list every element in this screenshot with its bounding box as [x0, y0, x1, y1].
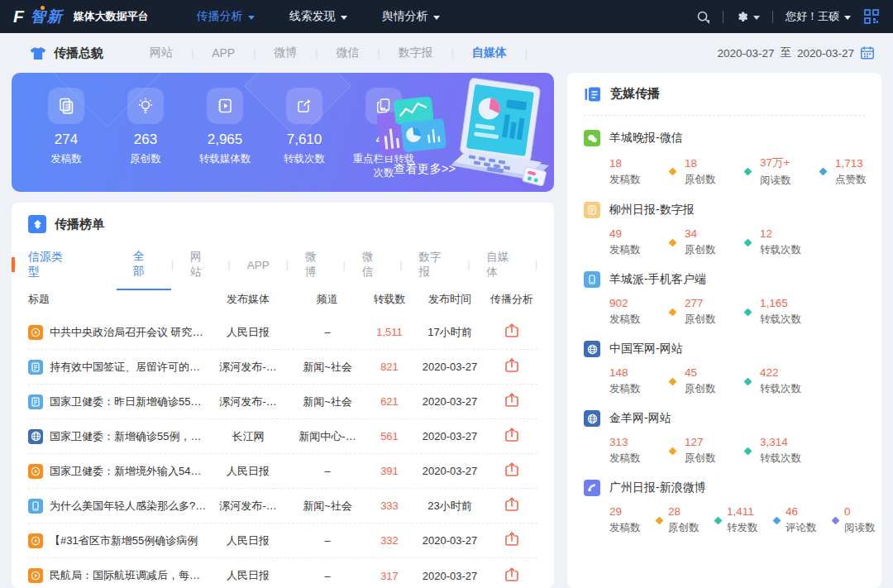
competitor-name[interactable]: 金羊网-网站: [609, 411, 671, 426]
column-header-4: 转载数: [365, 292, 413, 307]
ranking-tab-网站[interactable]: 网站: [174, 240, 228, 289]
competitor-item: 柳州日报-数字报49发稿数34原创数12转载次数: [584, 202, 865, 257]
article-title[interactable]: 国家卫健委：新增境外输入54例 …: [50, 464, 207, 479]
ranking-tab-APP[interactable]: APP: [231, 249, 286, 281]
repost-count: 391: [365, 465, 413, 477]
row-title-cell: 持有效中国签证、居留许可的外…: [28, 360, 207, 375]
competitor-stat: 127原创数: [685, 436, 744, 466]
competitor-stat: 29发稿数: [609, 505, 657, 535]
search-icon[interactable]: [696, 10, 710, 24]
banner-stat-value: 2,965: [208, 131, 243, 148]
competitors-header: 竞媒传播: [584, 73, 865, 116]
brand-name: 智新: [31, 7, 64, 26]
calendar-icon[interactable]: [860, 45, 875, 60]
article-title[interactable]: 持有效中国签证、居留许可的外…: [50, 360, 207, 375]
ranking-tab-全部[interactable]: 全部: [117, 239, 171, 290]
row-title-cell: 国家卫健委：新增确诊55例，其…: [28, 429, 207, 444]
article-title[interactable]: 民航局：国际航班调减后，每天…: [50, 568, 207, 583]
spread-analysis-icon[interactable]: [504, 496, 520, 513]
stat-label: 评论数: [786, 521, 833, 535]
article-title[interactable]: 为什么美国年轻人感染那么多? …: [50, 499, 207, 514]
competitor-name[interactable]: 柳州日报-数字报: [609, 203, 695, 218]
spread-analysis-icon[interactable]: [504, 392, 520, 409]
ranking-tab-微信[interactable]: 微信: [346, 240, 400, 289]
subnav-tab-微信[interactable]: 微信: [318, 45, 377, 60]
diamond-separator: [773, 516, 781, 524]
subnav-tab-自媒体[interactable]: 自媒体: [454, 45, 525, 60]
subnav-tab-网站[interactable]: 网站: [131, 45, 191, 60]
banner-stat-label: 发稿数: [50, 152, 82, 166]
spread-analysis-icon[interactable]: [504, 357, 520, 374]
stat-label: 转载次数: [760, 452, 819, 466]
spread-analysis-icon[interactable]: [504, 566, 520, 583]
caret-down-icon: [753, 16, 760, 20]
repost-count: 1,511: [365, 326, 413, 338]
digital-paper-icon: [28, 394, 43, 409]
stat-label: 转载次数: [760, 382, 819, 396]
repost-count: 821: [365, 361, 413, 373]
competitor-name[interactable]: 羊城派-手机客户端: [609, 272, 706, 287]
publish-media: 人民日报: [207, 568, 289, 583]
topbar-right: 您好！王硕: [696, 8, 880, 25]
article-title[interactable]: 国家卫健委：昨日新增确诊55例…: [50, 394, 207, 409]
article-title[interactable]: 【#31省区市新增55例确诊病例: [50, 533, 198, 548]
logo[interactable]: F 智新 媒体大数据平台: [13, 7, 149, 26]
analysis-cell: [486, 566, 537, 586]
publish-media: 漯河发布-…: [207, 499, 289, 514]
ranking-tab-自媒体[interactable]: 自媒体: [470, 240, 535, 289]
divider: [772, 11, 773, 23]
spread-analysis-icon[interactable]: [504, 461, 520, 478]
subnav-tab-APP[interactable]: APP: [193, 46, 253, 60]
nav-item-1[interactable]: 传播分析: [197, 9, 255, 24]
publish-media: 人民日报: [207, 464, 289, 479]
stat-label: 原创数: [685, 452, 744, 466]
competitor-name[interactable]: 中国军网-网站: [609, 342, 683, 356]
subnav-tab-数字报[interactable]: 数字报: [380, 45, 451, 60]
notebook-icon: [584, 85, 602, 103]
diamond-separator: [714, 516, 723, 524]
competitor-name[interactable]: 广州日报-新浪微博: [609, 480, 706, 495]
media-book-icon: [207, 88, 243, 124]
spread-analysis-icon[interactable]: [504, 427, 520, 443]
diamond-separator: [656, 516, 664, 524]
competitor-item: 中国军网-网站148发稿数45原创数422转载次数: [584, 341, 865, 396]
ranking-tab-微博[interactable]: 微博: [289, 240, 343, 289]
subnav-overview[interactable]: 传播总貌: [30, 45, 103, 61]
nav-item-label: 线索发现: [289, 9, 336, 24]
ranking-tab-数字报[interactable]: 数字报: [403, 240, 468, 289]
banner-stat: 7,610转载次数: [270, 88, 339, 180]
article-title[interactable]: 中共中央政治局召开会议 研究部署: [50, 325, 207, 340]
spread-analysis-icon[interactable]: [504, 531, 520, 547]
user-greeting[interactable]: 您好！王硕: [786, 9, 851, 24]
divider: [723, 11, 723, 23]
overview-banner: 274发稿数263原创数2,965转载媒体数7,610转载次数41重点栏目转载次…: [12, 73, 554, 192]
nav-item-label: 舆情分析: [382, 9, 428, 24]
stat-label: 原创数: [685, 382, 744, 396]
subnav-tab-微博[interactable]: 微博: [255, 45, 315, 60]
spread-analysis-icon[interactable]: [504, 323, 520, 339]
orange-marker: [12, 257, 15, 272]
date-range[interactable]: 2020-03-27 至 2020-03-27: [717, 45, 875, 60]
bulb-icon: [127, 88, 164, 124]
diamond-separator: [669, 447, 677, 455]
analysis-cell: [486, 323, 537, 342]
publish-media: 人民日报: [207, 325, 289, 340]
article-title[interactable]: 国家卫健委：新增确诊55例，其…: [50, 429, 207, 444]
nav-item-2[interactable]: 线索发现: [289, 9, 347, 24]
qr-code-icon[interactable]: [863, 8, 880, 25]
competitor-name[interactable]: 羊城晚报-微信: [609, 131, 683, 146]
nav-item-3[interactable]: 舆情分析: [382, 9, 440, 24]
stat-value: 3,314: [760, 436, 819, 448]
competitor-stat: 3,314转载次数: [760, 436, 819, 466]
analysis-cell: [486, 496, 537, 515]
tab-separator: |: [525, 47, 528, 59]
website-icon: [584, 410, 600, 427]
source-type-label[interactable]: 信源类型: [28, 250, 74, 280]
publish-time: 2020-03-27: [413, 361, 486, 373]
competitor-stat: 18原创数: [685, 157, 744, 187]
stat-label: 点赞数: [835, 173, 881, 187]
greeting-text: 您好！王硕: [786, 9, 839, 24]
settings-gear-icon[interactable]: [736, 10, 760, 23]
channel: 新闻~社会: [289, 360, 365, 375]
website-icon: [584, 341, 600, 357]
